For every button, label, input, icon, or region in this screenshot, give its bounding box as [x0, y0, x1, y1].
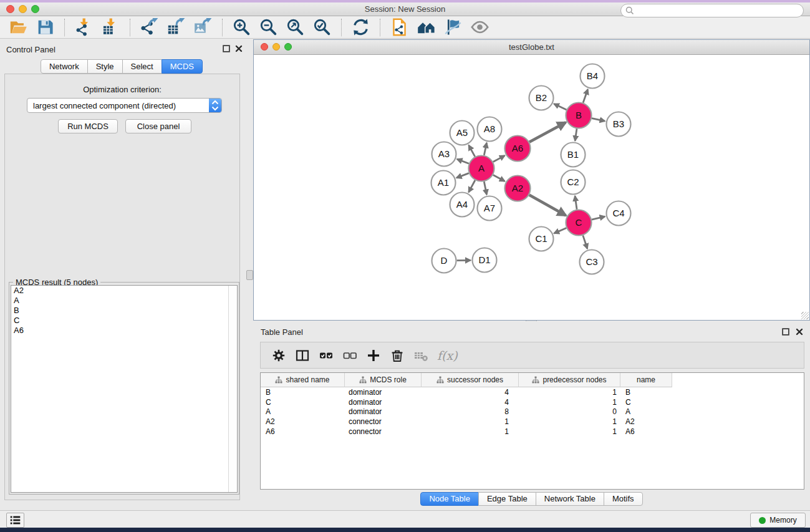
- graph-edge-A-A3[interactable]: [457, 159, 469, 163]
- tab-node-table[interactable]: Node Table: [420, 492, 479, 506]
- task-history-button[interactable]: [6, 513, 24, 528]
- table-row[interactable]: A6connector11A6: [261, 427, 804, 437]
- graph-node-A7[interactable]: A7: [478, 196, 502, 221]
- table-row[interactable]: Bdominator41B: [261, 388, 804, 398]
- graph-node-A6[interactable]: A6: [505, 136, 531, 162]
- select-all-icon[interactable]: [319, 348, 334, 363]
- mcds-result-item[interactable]: A: [11, 296, 237, 306]
- graph-edge-B-B3[interactable]: [592, 118, 605, 122]
- tab-select[interactable]: Select: [122, 59, 162, 74]
- export-image-icon[interactable]: [194, 18, 212, 36]
- graph-edge-A-A8[interactable]: [484, 143, 486, 155]
- save-session-icon[interactable]: [36, 18, 54, 36]
- network-window-titlebar[interactable]: testGlobe.txt: [254, 40, 809, 55]
- tab-network[interactable]: Network: [41, 59, 88, 74]
- graph-edge-C-C1[interactable]: [554, 228, 567, 234]
- show-panel-icon[interactable]: [471, 18, 489, 36]
- table-row[interactable]: Cdominator41C: [261, 398, 804, 408]
- graph-edge-A-A7[interactable]: [484, 181, 486, 195]
- graph-edge-C-C4[interactable]: [592, 216, 605, 220]
- graph-edge-A-A4[interactable]: [469, 180, 475, 192]
- close-icon[interactable]: [794, 327, 804, 337]
- graph-node-D1[interactable]: D1: [473, 248, 497, 273]
- column-header-MCDS-role[interactable]: MCDS role: [345, 373, 422, 387]
- graph-node-A8[interactable]: A8: [478, 117, 502, 142]
- mcds-result-item[interactable]: A2: [11, 286, 237, 296]
- column-header-shared-name[interactable]: shared name: [261, 373, 345, 387]
- memory-button[interactable]: Memory: [750, 513, 806, 528]
- graph-node-B[interactable]: B: [566, 103, 592, 128]
- open-session-icon[interactable]: [9, 18, 27, 36]
- add-icon[interactable]: [366, 348, 381, 363]
- graph-node-A2[interactable]: A2: [505, 176, 531, 201]
- export-network-icon[interactable]: [140, 18, 158, 36]
- graph-node-C1[interactable]: C1: [529, 227, 554, 251]
- graph-node-B3[interactable]: B3: [607, 112, 631, 137]
- graph-node-A5[interactable]: A5: [450, 121, 475, 145]
- graph-node-B1[interactable]: B1: [561, 143, 586, 167]
- table-row[interactable]: A2connector11A2: [261, 417, 804, 427]
- export-table-icon[interactable]: [167, 18, 185, 36]
- graph-node-C4[interactable]: C4: [607, 201, 631, 226]
- close-panel-button[interactable]: Close panel: [125, 119, 191, 133]
- split-view-icon[interactable]: [295, 348, 310, 363]
- graph-edge-A2-C[interactable]: [529, 195, 566, 216]
- graph-node-A1[interactable]: A1: [432, 171, 456, 195]
- graph-node-A[interactable]: A: [469, 156, 494, 181]
- graph-edge-C-C3[interactable]: [583, 235, 587, 248]
- graph-node-A4[interactable]: A4: [450, 193, 475, 217]
- criterion-select[interactable]: largest connected component (directed): [27, 98, 222, 113]
- graph-node-B4[interactable]: B4: [581, 64, 605, 89]
- zoom-selected-icon[interactable]: [313, 18, 331, 36]
- hide-panels-icon[interactable]: [444, 18, 462, 36]
- graph-node-B2[interactable]: B2: [529, 86, 554, 110]
- zoom-fit-icon[interactable]: [286, 18, 304, 36]
- graph-node-A3[interactable]: A3: [432, 142, 456, 167]
- deselect-all-icon[interactable]: [342, 348, 357, 363]
- graph-edge-B-B2[interactable]: [554, 104, 566, 110]
- mcds-result-item[interactable]: A6: [11, 326, 237, 336]
- run-mcds-button[interactable]: Run MCDS: [58, 119, 118, 133]
- tab-edge-table[interactable]: Edge Table: [478, 492, 536, 506]
- mcds-result-item[interactable]: B: [11, 306, 237, 316]
- search-input[interactable]: [620, 4, 804, 17]
- mcds-result-item[interactable]: C: [11, 316, 237, 326]
- graph-edge-A-A1[interactable]: [456, 173, 469, 178]
- zoom-in-icon[interactable]: [233, 18, 251, 36]
- home-icon[interactable]: [417, 18, 435, 36]
- panel-splitter-handle[interactable]: [246, 270, 253, 280]
- graph-edge-B-B4[interactable]: [583, 89, 588, 103]
- graph-node-C3[interactable]: C3: [580, 250, 604, 274]
- graph-node-C2[interactable]: C2: [561, 170, 586, 195]
- import-table-icon[interactable]: [102, 18, 120, 36]
- graph-edge-C-C2[interactable]: [575, 196, 577, 209]
- graph-node-D[interactable]: D: [432, 249, 456, 273]
- refresh-icon[interactable]: [352, 18, 370, 36]
- resize-grip[interactable]: [801, 312, 809, 319]
- mcds-list-scrollbar[interactable]: [228, 286, 237, 492]
- float-icon[interactable]: [781, 327, 791, 337]
- graph-edge-A6-B[interactable]: [529, 122, 566, 142]
- settings-icon[interactable]: [271, 348, 286, 363]
- mcds-result-list[interactable]: A2ABCA6: [11, 285, 238, 493]
- zoom-out-icon[interactable]: [259, 18, 277, 36]
- tab-style[interactable]: Style: [87, 59, 123, 74]
- float-icon[interactable]: [221, 44, 231, 54]
- tab-network-table[interactable]: Network Table: [536, 492, 604, 506]
- graph-edge-A-A5[interactable]: [469, 145, 475, 157]
- delete-icon[interactable]: [390, 348, 405, 363]
- graph-node-C[interactable]: C: [566, 210, 592, 236]
- graph-edge-B-B1[interactable]: [575, 128, 577, 140]
- table-row[interactable]: Adominator80A: [261, 407, 804, 417]
- network-from-file-icon[interactable]: [390, 18, 408, 36]
- tab-mcds[interactable]: MCDS: [162, 59, 203, 74]
- column-header-name[interactable]: name: [620, 373, 672, 387]
- tab-motifs[interactable]: Motifs: [604, 492, 643, 506]
- network-canvas[interactable]: A A1 A2 A3 A4 A5 A6 A7 A8 B B1 B2 B3 B4 …: [254, 55, 809, 319]
- graph-edge-A-A2[interactable]: [493, 175, 505, 181]
- close-icon[interactable]: [234, 44, 244, 54]
- column-header-successor-nodes[interactable]: successor nodes: [422, 373, 519, 387]
- graph-edge-A-A6[interactable]: [493, 155, 505, 162]
- import-network-icon[interactable]: [75, 18, 93, 36]
- column-header-predecessor-nodes[interactable]: predecessor nodes: [519, 373, 620, 387]
